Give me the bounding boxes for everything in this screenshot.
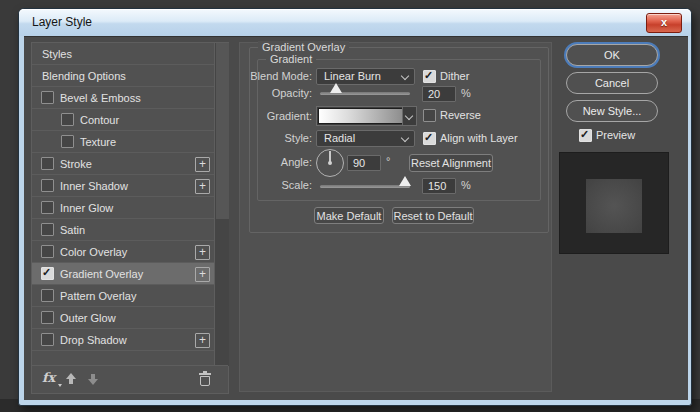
sidebar-item-stroke[interactable]: Stroke+ <box>32 153 214 175</box>
chevron-down-icon <box>401 134 409 142</box>
fx-caret-icon <box>58 384 62 387</box>
opacity-slider-thumb[interactable] <box>330 83 342 93</box>
sidebar-item-inner-shadow[interactable]: Inner Shadow+ <box>32 175 214 197</box>
new-style-button[interactable]: New Style... <box>566 100 658 122</box>
reset-alignment-button[interactable]: Reset Alignment <box>409 154 493 172</box>
sidebar-item-blending-options[interactable]: Blending Options <box>32 65 214 87</box>
gradient-overlay-panel: Gradient Overlay Gradient Blend Mode: Li… <box>239 42 552 392</box>
fx-menu-button[interactable]: fx <box>42 370 55 385</box>
effect-checkbox[interactable] <box>41 289 54 302</box>
titlebar[interactable]: Layer Style x <box>19 9 691 36</box>
effect-checkbox[interactable] <box>61 135 74 148</box>
effect-checkbox[interactable] <box>41 267 54 280</box>
sidebar-item-label: Texture <box>80 136 116 148</box>
sidebar-item-label: Pattern Overlay <box>60 290 136 302</box>
sidebar-item-label: Styles <box>42 48 72 60</box>
sidebar-item-contour[interactable]: Contour <box>32 109 214 131</box>
effect-checkbox[interactable] <box>41 223 54 236</box>
sidebar-item-label: Blending Options <box>42 70 126 82</box>
effect-checkbox[interactable] <box>61 113 74 126</box>
sidebar-item-label: Inner Shadow <box>60 180 128 192</box>
reset-to-default-button[interactable]: Reset to Default <box>392 207 474 224</box>
close-icon: x <box>661 16 667 28</box>
preview-label: Preview <box>596 129 635 141</box>
sidebar-item-outer-glow[interactable]: Outer Glow <box>32 307 214 329</box>
scale-unit: % <box>461 179 471 191</box>
window-title: Layer Style <box>32 15 92 29</box>
sidebar-item-label: Drop Shadow <box>60 334 127 346</box>
sidebar-item-styles[interactable]: Styles <box>32 43 214 65</box>
style-label: Style: <box>240 132 312 144</box>
effect-checkbox[interactable] <box>41 91 54 104</box>
preview-gradient-square <box>586 179 642 233</box>
layer-style-dialog: Layer Style x StylesBlending OptionsBeve… <box>18 8 692 406</box>
dither-label: Dither <box>440 70 469 82</box>
sidebar-toolbar: fx <box>32 365 228 393</box>
blend-mode-label: Blend Mode: <box>240 70 312 82</box>
effect-checkbox[interactable] <box>41 201 54 214</box>
add-instance-icon[interactable]: + <box>195 333 210 348</box>
gradient-swatch[interactable] <box>316 106 417 126</box>
scale-slider[interactable] <box>320 185 410 188</box>
add-instance-icon[interactable]: + <box>195 245 210 260</box>
add-instance-icon[interactable]: + <box>195 179 210 194</box>
make-default-button[interactable]: Make Default <box>314 207 384 224</box>
subgroup-title: Gradient <box>266 53 316 65</box>
sidebar-item-label: Outer Glow <box>60 312 116 324</box>
close-button[interactable]: x <box>646 13 682 33</box>
angle-hub <box>328 161 332 165</box>
gradient-label: Gradient: <box>240 110 312 122</box>
opacity-slider[interactable] <box>320 92 410 95</box>
effect-checkbox[interactable] <box>41 157 54 170</box>
sidebar-list: StylesBlending OptionsBevel & EmbossCont… <box>32 43 214 351</box>
sidebar-item-satin[interactable]: Satin <box>32 219 214 241</box>
reverse-label: Reverse <box>440 109 481 121</box>
move-effect-down-button[interactable] <box>87 373 99 385</box>
blend-mode-value: Linear Burn <box>324 70 381 82</box>
dialog-content: StylesBlending OptionsBevel & EmbossCont… <box>24 36 688 400</box>
sidebar-item-bevel-emboss[interactable]: Bevel & Emboss <box>32 87 214 109</box>
align-with-layer-checkbox[interactable] <box>423 132 436 145</box>
sidebar-item-texture[interactable]: Texture <box>32 131 214 153</box>
opacity-label: Opacity: <box>240 87 312 99</box>
scale-slider-thumb[interactable] <box>399 176 411 186</box>
sidebar-item-label: Bevel & Emboss <box>60 92 141 104</box>
effect-checkbox[interactable] <box>41 333 54 346</box>
sidebar-item-label: Color Overlay <box>60 246 127 258</box>
preview-thumbnail <box>559 152 669 254</box>
opacity-unit: % <box>461 87 471 99</box>
align-with-layer-label: Align with Layer <box>440 132 518 144</box>
angle-input[interactable]: 90 <box>347 155 381 171</box>
add-instance-icon[interactable]: + <box>195 267 210 282</box>
effect-checkbox[interactable] <box>41 245 54 258</box>
ok-button[interactable]: OK <box>566 44 658 66</box>
reverse-checkbox[interactable] <box>423 109 436 122</box>
angle-unit: ° <box>386 155 390 167</box>
sidebar-item-gradient-overlay[interactable]: Gradient Overlay+ <box>32 263 214 285</box>
effect-checkbox[interactable] <box>41 179 54 192</box>
scale-input[interactable]: 150 <box>422 178 456 194</box>
style-select[interactable]: Radial <box>316 130 415 147</box>
move-effect-up-button[interactable] <box>65 373 77 385</box>
sidebar-item-label: Inner Glow <box>60 202 113 214</box>
delete-effect-button[interactable] <box>199 371 211 385</box>
sidebar-item-label: Contour <box>80 114 119 126</box>
dither-checkbox[interactable] <box>423 70 436 83</box>
sidebar-scrollbar[interactable] <box>214 43 229 366</box>
gradient-picker-button[interactable] <box>402 107 416 125</box>
sidebar-item-inner-glow[interactable]: Inner Glow <box>32 197 214 219</box>
add-instance-icon[interactable]: + <box>195 157 210 172</box>
styles-sidebar: StylesBlending OptionsBevel & EmbossCont… <box>31 42 229 394</box>
cancel-button[interactable]: Cancel <box>566 72 658 94</box>
scrollbar-thumb[interactable] <box>216 43 229 219</box>
angle-dial[interactable] <box>316 149 344 177</box>
effect-checkbox[interactable] <box>41 311 54 324</box>
opacity-input[interactable]: 20 <box>422 86 456 102</box>
sidebar-item-pattern-overlay[interactable]: Pattern Overlay <box>32 285 214 307</box>
scale-label: Scale: <box>240 179 312 191</box>
sidebar-item-color-overlay[interactable]: Color Overlay+ <box>32 241 214 263</box>
sidebar-item-drop-shadow[interactable]: Drop Shadow+ <box>32 329 214 351</box>
sidebar-item-label: Satin <box>60 224 85 236</box>
preview-checkbox[interactable] <box>579 129 592 142</box>
group-title: Gradient Overlay <box>258 41 349 53</box>
